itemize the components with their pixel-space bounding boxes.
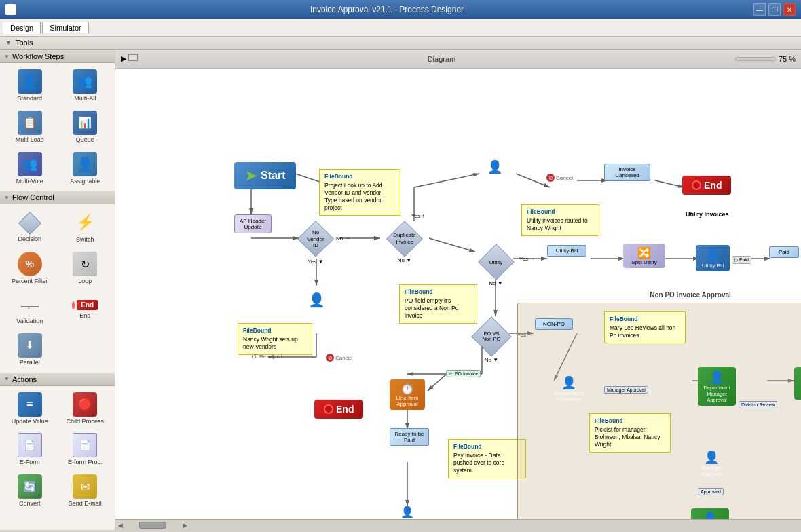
utility-invoices-label: Utility Invoices xyxy=(686,211,729,218)
end-node-2[interactable]: End xyxy=(314,400,363,419)
flow-section-label: Flow Control xyxy=(12,193,54,202)
no-vendor-diamond: No Vendor ID xyxy=(292,221,339,257)
approved-badge-1: Approved xyxy=(698,488,724,495)
tool-standard[interactable]: 👤 Standard xyxy=(3,66,57,106)
note-filebound-4[interactable]: FileBound PO field empty it's considered… xyxy=(399,284,477,324)
actions-section-label: Actions xyxy=(12,375,37,383)
multivote-icon: 👥 xyxy=(18,152,42,176)
title-bar: Invoice Approval v21.1 - Process Designe… xyxy=(0,0,801,19)
tool-assignable[interactable]: 👤 Assignable xyxy=(58,149,113,189)
no-vendor-label: No Vendor ID xyxy=(304,229,328,249)
duplicate-invoice-1[interactable]: Duplicate Invoice No ▼ xyxy=(380,221,429,263)
tool-percent[interactable]: % Percent Filter xyxy=(3,248,57,288)
duplicate-invoice-2[interactable]: 👤 Duplicate Invoice xyxy=(477,157,513,189)
minimize-button[interactable]: — xyxy=(753,3,766,16)
maximize-button[interactable]: ❐ xyxy=(768,3,781,16)
scrollbar-thumb[interactable] xyxy=(139,522,166,529)
tool-sendemail[interactable]: ✉ Send E-mail xyxy=(58,471,113,511)
note-filebound-5[interactable]: FileBound Pay Invoice - Data pushed over… xyxy=(448,439,526,478)
tool-multiall[interactable]: 👥 Multi-All xyxy=(58,66,113,106)
tool-multiload[interactable]: 📋 Multi-Load xyxy=(3,107,57,147)
tool-eform[interactable]: 📄 E-Form xyxy=(3,430,57,470)
multiall-icon: 👥 xyxy=(73,69,97,94)
menu-bar: Design Simulator xyxy=(0,19,801,37)
split-utility-node[interactable]: 🔀 Split Utility xyxy=(623,244,665,268)
note-filebound-7[interactable]: FileBound Picklist for manager: Bjohnson… xyxy=(589,413,671,453)
tool-loop[interactable]: ↻ Loop xyxy=(58,248,113,288)
tool-eformproc[interactable]: 📄 E-form Proc. xyxy=(58,430,113,470)
note-filebound-2[interactable]: FileBound Utility invoices routed to Nan… xyxy=(521,204,599,236)
window-controls[interactable]: — ❐ ✕ xyxy=(753,3,796,16)
decision-label: Decision xyxy=(18,235,41,243)
new-vendor-node[interactable]: 👤 New Vendor xyxy=(297,289,335,317)
zoom-control[interactable]: 75 % xyxy=(735,55,796,63)
tool-queue[interactable]: 📊 Queue xyxy=(58,107,113,147)
non-po-node[interactable]: NON-PO xyxy=(535,318,573,330)
tool-convert[interactable]: 🔄 Convert xyxy=(3,471,57,511)
utility-bill-1-node[interactable]: Utility Bill xyxy=(547,245,586,256)
cancel-node[interactable]: ⊘ Cancel xyxy=(546,174,573,182)
app-icon xyxy=(5,4,16,15)
ap-header-node[interactable]: AP Header Update xyxy=(234,214,272,233)
section-label: Workflow Steps xyxy=(12,52,64,60)
scroll-left-btn[interactable]: ◀ xyxy=(115,522,126,529)
tool-multivote[interactable]: 👥 Multi-Vote xyxy=(3,149,57,189)
assignable-icon: 👤 xyxy=(73,152,97,176)
tool-childprocess[interactable]: 🔴 Child Process xyxy=(58,389,113,429)
utility-bill-2-node[interactable]: 👤 Utility Bill xyxy=(696,245,730,271)
tools-collapse-btn[interactable]: ▼ xyxy=(5,39,12,46)
paid-node[interactable]: Paid xyxy=(769,246,799,258)
zoom-level: 75 % xyxy=(779,55,796,63)
scroll-right-btn[interactable]: ▶ xyxy=(180,522,190,529)
tool-validation[interactable]: ✓ Validation xyxy=(3,290,57,328)
updatevalue-icon: = xyxy=(18,392,42,417)
utility-bill-1-label: Utility Bill xyxy=(556,248,578,254)
tab-simulator[interactable]: Simulator xyxy=(42,22,88,33)
section-flow-control[interactable]: ▼ Flow Control xyxy=(0,191,115,204)
resubmit-node[interactable]: ↺ Resubmit xyxy=(250,352,282,360)
tool-parallel[interactable]: ⬇ Parallel xyxy=(3,330,57,370)
dept-manager-label: Department Manager Approval xyxy=(701,385,733,403)
line-item-node[interactable]: ⏱️ Line Item Approval xyxy=(390,379,425,410)
no-vendor-id-node[interactable]: No Vendor ID Yes ▼ xyxy=(292,221,339,265)
tool-switch[interactable]: ⚡ Switch xyxy=(58,207,113,247)
tool-decision[interactable]: Decision xyxy=(3,207,57,247)
tool-updatevalue[interactable]: = Update Value xyxy=(3,389,57,429)
note-filebound-1[interactable]: FileBound Project Look up to Add Vendor … xyxy=(319,169,400,216)
note2-header: FileBound xyxy=(527,208,594,216)
cancel-2-node[interactable]: ⊘ Cancel xyxy=(326,354,352,362)
start-node[interactable]: ➤ Start xyxy=(234,162,296,189)
dup-inv-1-label: Duplicate Invoice xyxy=(392,232,417,245)
review-non-po-node[interactable]: 👤 Review NON PO Invoice xyxy=(550,373,588,405)
diagram-play-btn[interactable]: ▶ xyxy=(121,54,148,63)
new-vendor-box: 👤 New Vendor xyxy=(297,289,335,317)
dept-approval-node[interactable]: 👤 Department Approval xyxy=(691,508,729,519)
utility-diamond-node[interactable]: Utility No ▼ xyxy=(474,244,518,286)
end-dot xyxy=(692,180,701,190)
division-approval-label: Division Approval xyxy=(797,385,801,397)
h-scrollbar[interactable]: ◀ ▶ xyxy=(115,519,801,530)
tab-design[interactable]: Design xyxy=(3,22,41,34)
section-actions[interactable]: ▼ Actions xyxy=(0,373,115,386)
manager-approval-node[interactable]: 👤 Manager Approval xyxy=(692,447,730,480)
zoom-slider[interactable] xyxy=(735,57,776,61)
diagram-canvas[interactable]: ➤ Start FileBound Project Look up to Add… xyxy=(115,69,801,519)
po-invoice-ready-node[interactable]: 👤 PO Invoice Ready to Be... xyxy=(390,503,425,519)
eform-label: E-Form xyxy=(20,459,40,466)
note-filebound-3[interactable]: FileBound Nancy Wright sets up new Vendo… xyxy=(238,323,312,355)
tool-end[interactable]: End End xyxy=(58,290,113,328)
eformproc-icon: 📄 xyxy=(73,433,97,457)
division-approval-node[interactable]: 👤 Division Approval xyxy=(794,367,801,400)
po-invoice-ready-label: PO Invoice Ready to Be... xyxy=(392,518,422,519)
close-button[interactable]: ✕ xyxy=(783,3,796,16)
review-non-po-label: Review NON PO Invoice xyxy=(553,390,585,402)
ap-header-box: AP Header Update xyxy=(234,214,272,233)
invoice-cancelled-node[interactable]: Invoice Cancelled xyxy=(604,164,650,181)
left-panel: ▼ Workflow Steps 👤 Standard 👥 Multi-All … xyxy=(0,50,115,530)
ready-paid-node[interactable]: Ready to be Paid xyxy=(390,428,429,446)
note6-text: Mary Lee Reviews all non Po invoices xyxy=(610,324,680,339)
note-filebound-6[interactable]: FileBound Mary Lee Reviews all non Po in… xyxy=(604,311,686,343)
dept-manager-node[interactable]: 👤 Department Manager Approval xyxy=(698,367,736,406)
section-workflow-steps[interactable]: ▼ Workflow Steps xyxy=(0,50,115,63)
end-node-utility[interactable]: End xyxy=(682,176,731,195)
